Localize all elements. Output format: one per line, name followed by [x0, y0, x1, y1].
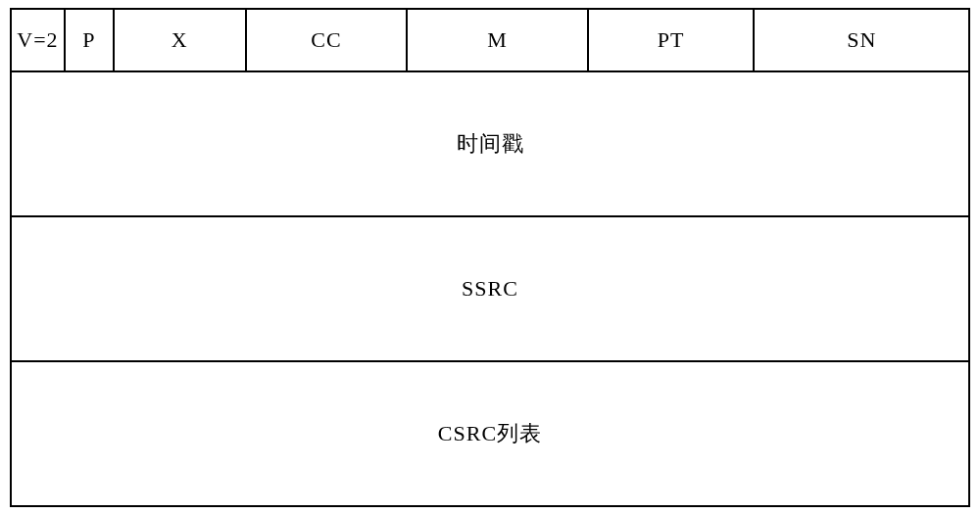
rtp-header-diagram: V=2 P X CC M PT SN 时间戳 SSRC CSRC列表	[10, 8, 970, 507]
timestamp-field: 时间戳	[11, 71, 969, 216]
version-field: V=2	[11, 9, 65, 71]
extension-field: X	[114, 9, 246, 71]
csrc-list-row: CSRC列表	[11, 361, 969, 506]
payload-type-field: PT	[588, 9, 755, 71]
marker-field: M	[407, 9, 588, 71]
ssrc-field: SSRC	[11, 216, 969, 361]
csrc-list-field: CSRC列表	[11, 361, 969, 506]
padding-field: P	[65, 9, 114, 71]
sequence-number-field: SN	[754, 9, 969, 71]
csrc-count-field: CC	[246, 9, 408, 71]
header-fields-row: V=2 P X CC M PT SN	[11, 9, 969, 71]
timestamp-row: 时间戳	[11, 71, 969, 216]
ssrc-row: SSRC	[11, 216, 969, 361]
